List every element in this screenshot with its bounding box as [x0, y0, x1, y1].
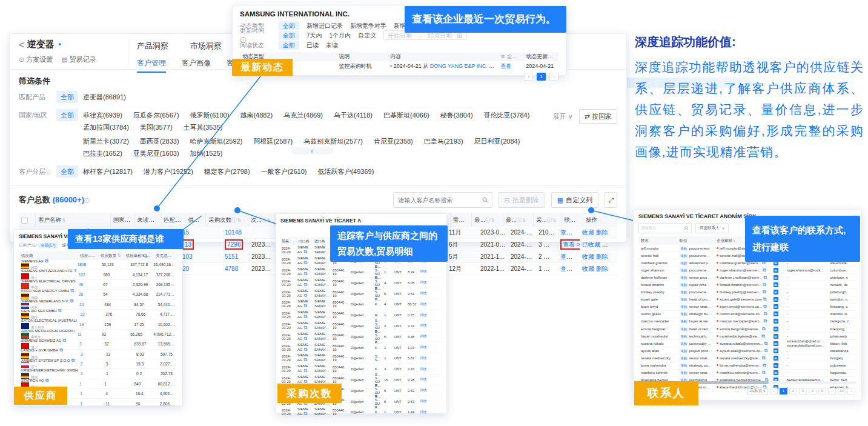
- detail-link-cell-value[interactable]: 详情: [420, 367, 427, 371]
- filter-option[interactable]: 1个月内: [330, 31, 351, 40]
- purchase-count-cell[interactable]: 5151: [222, 251, 249, 262]
- filter-chip[interactable]: 哥伦比亚(3784): [484, 109, 530, 121]
- column-header[interactable]: 需求...ⓘ: [451, 213, 472, 227]
- filter-chip[interactable]: 乌克兰(4869): [283, 109, 323, 121]
- linkedin-icon[interactable]: in: [774, 334, 778, 339]
- supplier-count-cell[interactable]: 13: [180, 239, 222, 250]
- linkedin-cell[interactable]: in: [771, 327, 784, 331]
- detail-link-cell[interactable]: 详情: [419, 377, 428, 382]
- tab-产品洞察[interactable]: 产品洞察: [137, 41, 168, 52]
- copy-icon[interactable]: ⧉: [303, 336, 307, 341]
- linkedin-cell[interactable]: in: [771, 282, 784, 287]
- detail-link-cell-value[interactable]: 详情: [420, 410, 427, 414]
- view-contact-link[interactable]: 查看 >: [560, 239, 580, 250]
- detail-link-cell-value[interactable]: 详情: [420, 302, 427, 306]
- filter-option[interactable]: 自定义: [358, 31, 376, 40]
- sort-icon[interactable]: ⇅: [237, 218, 241, 223]
- supply-times-cell[interactable]: 22: [78, 312, 103, 316]
- copy-icon[interactable]: ⧉: [763, 304, 767, 309]
- filter-all-button[interactable]: 全部: [56, 165, 78, 178]
- filter-chip[interactable]: 标杆客户(12817): [83, 165, 133, 178]
- copy-icon[interactable]: ⧉: [62, 339, 66, 343]
- supplier-count-cell[interactable]: 15: [180, 227, 222, 238]
- filter-chip[interactable]: 墨西哥(2833): [140, 135, 179, 147]
- contact-cell[interactable]: 查看 >: [558, 227, 580, 238]
- copy-icon[interactable]: ⧉: [762, 326, 766, 331]
- page-button[interactable]: 5: [818, 388, 826, 394]
- page-button[interactable]: 10: [838, 388, 846, 394]
- linkedin-icon[interactable]: in: [774, 363, 778, 368]
- copy-icon[interactable]: ⧉: [70, 299, 73, 304]
- delete-link[interactable]: 删除: [596, 229, 608, 236]
- filter-chip[interactable]: 阿根廷(2587): [253, 135, 293, 147]
- linkedin-icon[interactable]: in: [774, 341, 778, 346]
- linkedin-icon[interactable]: in: [774, 290, 778, 295]
- page-button[interactable]: 2: [789, 388, 797, 394]
- detail-link-cell[interactable]: 详情: [419, 302, 428, 307]
- filter-chip[interactable]: 美国(3577): [140, 121, 173, 133]
- view-link[interactable]: 查看: [500, 63, 511, 69]
- detail-link-cell[interactable]: 详情: [419, 280, 428, 285]
- detail-link-cell-value[interactable]: 详情: [420, 388, 427, 392]
- sort-icon[interactable]: ⇅: [292, 238, 296, 244]
- company-email-cell[interactable]: feraud.ibrahim@siemen...⧉: [714, 282, 770, 288]
- linkedin-cell[interactable]: in: [771, 268, 784, 273]
- detail-link-cell[interactable]: 详情: [419, 269, 428, 275]
- filter-all-button[interactable]: 全部: [279, 41, 299, 50]
- delete-link[interactable]: 删除: [596, 265, 608, 272]
- column-header[interactable]: 联系人: [562, 213, 583, 227]
- purchase-count-cell-boxed[interactable]: 7296: [225, 239, 243, 250]
- filter-chip[interactable]: 稳定客户(2798): [204, 165, 250, 178]
- batch-delete-button[interactable]: ⊟批量删除: [499, 192, 545, 208]
- favorite-link[interactable]: 收藏: [582, 229, 594, 236]
- copy-icon[interactable]: ⧉: [303, 260, 307, 265]
- detail-link-cell[interactable]: 详情: [419, 291, 428, 296]
- copy-icon[interactable]: ⧉: [303, 368, 307, 373]
- supplier-name-cell[interactable]: LANDIS + GYR GMBH⧉德国: [19, 348, 78, 359]
- purchase-count-cell[interactable]: 7296: [222, 239, 249, 250]
- column-header[interactable]: 采购次数ⓘ⇅: [206, 213, 248, 227]
- prev-page-button[interactable]: ‹: [524, 73, 533, 81]
- supplier-name-cell[interactable]: AMBIENT SYSTEM SP Z.O.O⧉波兰: [19, 359, 78, 370]
- filter-chip[interactable]: 厄瓜多尔(6567): [133, 109, 179, 121]
- sort-icon[interactable]: ⇅: [522, 218, 526, 223]
- content-company-link[interactable]: DONG YANG E&P INC.: [430, 63, 488, 69]
- supply-times-cell-value[interactable]: 1808: [78, 262, 86, 267]
- next-page-button[interactable]: ›: [847, 388, 855, 394]
- tab-市场洞察[interactable]: 市场洞察: [190, 41, 222, 52]
- supply-times-cell-value[interactable]: 49: [79, 282, 83, 287]
- header-checkbox[interactable]: [19, 213, 36, 227]
- filter-all-button[interactable]: 全部: [279, 31, 299, 40]
- company-email-cell[interactable]: renata.medveczky@sie...⧉: [714, 355, 770, 361]
- supplier-name-cell[interactable]: SIEMENS SCHWEIZ AG⧉瑞士: [19, 339, 77, 350]
- company-email-cell[interactable]: marcos.mercader@siem...⧉: [714, 318, 770, 324]
- next-page-button[interactable]: ›: [549, 73, 558, 81]
- linkedin-cell[interactable]: in: [771, 363, 784, 368]
- sort-icon[interactable]: ⇅: [147, 253, 151, 258]
- column-header[interactable]: 供应商ⓘ⇅: [185, 213, 206, 227]
- collapse-filters-tab[interactable]: ∨: [291, 147, 333, 155]
- column-header[interactable]: 出口商: [297, 237, 313, 245]
- purchase-count-cell-value[interactable]: 4788: [225, 265, 238, 272]
- checkbox-icon[interactable]: [21, 217, 28, 224]
- filter-chip[interactable]: 巴基斯坦(4066): [383, 109, 429, 121]
- copy-icon[interactable]: ⧉: [763, 275, 767, 280]
- caret-down-icon[interactable]: ▼: [58, 42, 62, 47]
- page-button[interactable]: 3: [799, 388, 807, 394]
- purchase-count-cell[interactable]: 10148: [222, 227, 249, 238]
- supplier-count-cell[interactable]: 20: [180, 263, 222, 275]
- delete-link[interactable]: 删除: [602, 241, 614, 248]
- page-button[interactable]: 4: [809, 388, 817, 394]
- column-header[interactable]: 未读动态总数: [135, 213, 162, 227]
- copy-icon[interactable]: ⧉: [45, 259, 48, 264]
- supply-times-cell[interactable]: 1808: [75, 262, 99, 267]
- company-email-cell[interactable]: lindsey.preddy@siemen...⧉: [714, 289, 770, 295]
- filter-all-button[interactable]: 全部: [279, 21, 299, 30]
- linkedin-cell[interactable]: in: [771, 297, 784, 302]
- filter-chip[interactable]: 加纳(1525): [190, 147, 223, 159]
- column-header[interactable]: 进口商: [313, 237, 330, 245]
- detail-link-cell-value[interactable]: 详情: [420, 334, 427, 338]
- supplier-count-cell-boxed[interactable]: 13: [182, 239, 194, 250]
- company-email-cell[interactable]: stuart.gale@siemens.com⧉: [714, 296, 770, 302]
- purchase-count-cell-value[interactable]: 10148: [225, 229, 242, 236]
